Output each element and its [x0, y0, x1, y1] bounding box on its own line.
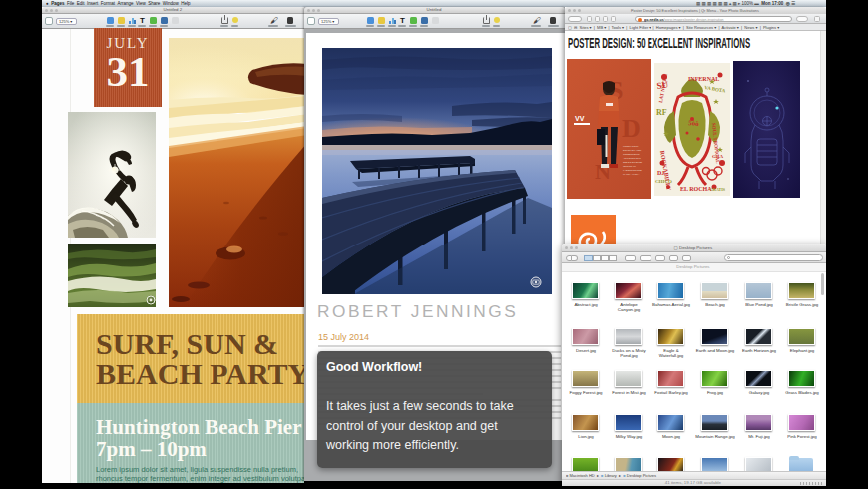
svg-text:GRATIS: GRATIS: [710, 187, 726, 192]
svg-text:DJ: DJ: [657, 170, 664, 176]
svg-text:ADIPISCING ELIT: ADIPISCING ELIT: [623, 157, 642, 159]
svg-text:D: D: [622, 114, 641, 143]
svg-text:LABORE DOLORE: LABORE DOLORE: [623, 169, 642, 171]
svg-text:GRA: GRA: [712, 154, 724, 159]
svg-text:DOLOR SIT AMET: DOLOR SIT AMET: [623, 149, 642, 151]
svg-text:EL ROCHA: EL ROCHA: [680, 186, 712, 192]
svg-text:TEMPOR UT: TEMPOR UT: [623, 165, 637, 167]
svg-text:LOREM IPSUM: LOREM IPSUM: [623, 145, 638, 147]
svg-text:RF: RF: [656, 108, 667, 117]
svg-text:5òò: 5òò: [688, 119, 700, 128]
svg-text:SED DO EIUSMOD: SED DO EIUSMOD: [623, 161, 643, 163]
svg-text:VV: VV: [575, 115, 585, 122]
svg-text:MAGNA ALIQUA: MAGNA ALIQUA: [623, 173, 640, 175]
svg-text:CHICO: CHICO: [655, 179, 672, 184]
svg-text:CONSECTETUR: CONSECTETUR: [623, 153, 640, 155]
